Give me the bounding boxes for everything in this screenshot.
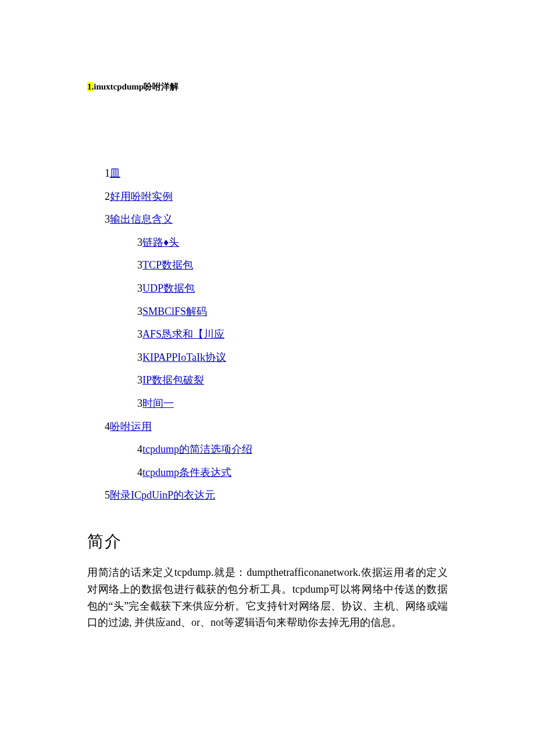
document-title: 1.inuxtcpdump吩咐洋解 (87, 81, 448, 92)
section-heading: 简介 (87, 531, 448, 553)
toc-item: 3链路♦头 (137, 231, 448, 255)
toc-link[interactable]: 时间一 (142, 397, 174, 409)
toc-number: 5 (105, 489, 110, 501)
toc-item: 3KIPAPPIoTaIk协议 (137, 346, 448, 370)
toc-item: 3IP数据包破裂 (137, 369, 448, 392)
toc-number: 1 (105, 167, 110, 179)
toc-link[interactable]: 吩咐运用 (110, 421, 152, 432)
toc-link[interactable]: 好用吩咐实例 (110, 191, 173, 202)
toc-link[interactable]: tcpdump条件表达式 (142, 467, 231, 478)
toc-item: 1皿 (105, 162, 448, 185)
toc-link[interactable]: SMBClFS解码 (142, 306, 207, 317)
toc-link[interactable]: IP数据包破裂 (142, 374, 204, 386)
toc-link[interactable]: 附录ICpdUinP的衣达元 (110, 489, 215, 501)
toc-number: 3 (137, 328, 142, 340)
toc-link[interactable]: 输出信息含义 (110, 213, 173, 225)
toc-number: 3 (137, 237, 142, 248)
toc-number: 3 (137, 374, 142, 386)
toc-number: 3 (137, 397, 142, 409)
toc-number: 2 (105, 191, 110, 202)
toc-item: 3输出信息含义 (105, 208, 448, 231)
toc-number: 3 (137, 352, 142, 363)
toc-item: 2好用吩咐实例 (105, 185, 448, 209)
toc-link[interactable]: TCP数据包 (142, 259, 193, 271)
body-paragraph: 用简洁的话来定义tcpdump.就是：dumpthetrafficonanetw… (87, 564, 448, 631)
toc-link[interactable]: UDP数据包 (142, 282, 195, 294)
toc-number: 4 (137, 467, 142, 478)
toc-item: 4tcpdump条件表达式 (137, 461, 448, 485)
toc-link[interactable]: tcpdump的简洁选项介绍 (142, 443, 252, 455)
toc-item: 3TCP数据包 (137, 254, 448, 277)
toc-number: 3 (137, 306, 142, 317)
toc-item: 3SMBClFS解码 (137, 300, 448, 324)
toc-item: 3时间一 (137, 392, 448, 415)
toc-number: 3 (137, 259, 142, 271)
toc-link[interactable]: 链路♦头 (142, 237, 179, 248)
title-text: inuxtcpdump吩咐洋解 (94, 82, 179, 91)
table-of-contents: 1皿2好用吩咐实例3输出信息含义3链路♦头3TCP数据包3UDP数据包3SMBC… (105, 162, 448, 507)
toc-number: 4 (137, 443, 142, 455)
toc-item: 4吩咐运用 (105, 415, 448, 439)
toc-link[interactable]: AFS恳求和【川应 (142, 328, 224, 340)
toc-number: 4 (105, 421, 110, 432)
toc-item: 3AFS恳求和【川应 (137, 323, 448, 346)
toc-link[interactable]: KIPAPPIoTaIk协议 (142, 352, 226, 363)
toc-item: 5附录ICpdUinP的衣达元 (105, 484, 448, 507)
toc-item: 4tcpdump的简洁选项介绍 (137, 438, 448, 461)
toc-number: 3 (105, 213, 110, 225)
document-page: 1.inuxtcpdump吩咐洋解 1皿2好用吩咐实例3输出信息含义3链路♦头3… (0, 0, 535, 689)
toc-number: 3 (137, 282, 142, 294)
toc-item: 3UDP数据包 (137, 277, 448, 300)
title-highlight: 1. (87, 82, 94, 91)
toc-link[interactable]: 皿 (110, 167, 120, 179)
